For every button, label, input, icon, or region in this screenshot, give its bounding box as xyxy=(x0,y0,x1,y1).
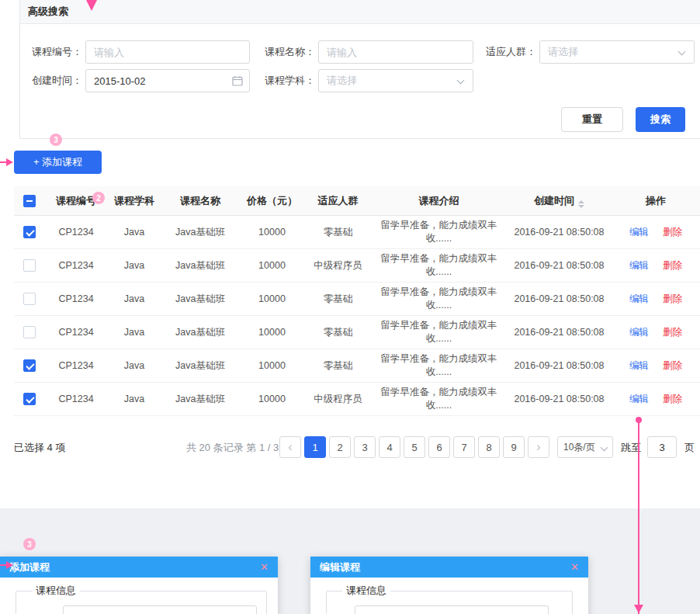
cell-created: 2016-09-21 08:50:08 xyxy=(507,227,612,238)
dialog-form-input[interactable] xyxy=(355,605,549,614)
cell-intro: 留学早准备，能力成绩双丰收...... xyxy=(371,352,507,379)
page-button-5[interactable]: 5 xyxy=(404,436,425,458)
cell-audience: 中级程序员 xyxy=(305,393,371,406)
sort-icon[interactable] xyxy=(578,200,584,208)
course-table: 课程编号 课程学科 课程名称 价格（元） 适应人群 课程介绍 创建时间 操作 C… xyxy=(14,186,700,416)
course-code-input[interactable] xyxy=(85,40,250,64)
edit-link[interactable]: 编辑 xyxy=(629,227,649,238)
prev-page-button[interactable]: ‹ xyxy=(279,436,301,458)
course-info-fieldset: 课程信息 xyxy=(16,584,267,614)
audience-select[interactable]: 请选择 xyxy=(539,40,695,64)
next-page-button[interactable]: › xyxy=(528,436,549,458)
cell-subject: Java xyxy=(107,227,161,238)
edit-link[interactable]: 编辑 xyxy=(629,327,649,338)
cell-created: 2016-09-21 08:50:08 xyxy=(507,394,612,404)
edit-link[interactable]: 编辑 xyxy=(629,260,649,271)
selected-count-text: 已选择 4 项 xyxy=(14,441,65,455)
page-size-select[interactable]: 10条/页 xyxy=(557,436,613,458)
cell-intro: 留学早准备，能力成绩双丰收...... xyxy=(371,286,507,312)
page-button-2[interactable]: 2 xyxy=(329,436,351,458)
page-button-9[interactable]: 9 xyxy=(503,436,525,458)
row-checkbox[interactable] xyxy=(23,226,36,238)
close-icon[interactable]: ✕ xyxy=(260,561,269,573)
cell-intro: 留学早准备，能力成绩双丰收...... xyxy=(371,386,507,412)
cell-subject: Java xyxy=(107,293,161,304)
chevron-down-icon xyxy=(457,77,465,85)
course-name-input[interactable] xyxy=(318,40,473,64)
chevron-down-icon xyxy=(601,444,608,452)
delete-link[interactable]: 删除 xyxy=(663,327,682,338)
page-button-8[interactable]: 8 xyxy=(478,436,500,458)
subject-label: 课程学科： xyxy=(257,74,315,88)
cell-subject: Java xyxy=(107,394,161,404)
cell-intro: 留学早准备，能力成绩双丰收...... xyxy=(371,252,507,279)
cell-course-name: Java基础班 xyxy=(161,259,239,272)
edit-link[interactable]: 编辑 xyxy=(629,360,649,371)
cell-audience: 零基础 xyxy=(305,359,371,373)
cell-audience: 零基础 xyxy=(305,326,371,339)
add-course-dialog-title: 添加课程 xyxy=(9,560,50,574)
row-checkbox[interactable] xyxy=(23,293,36,305)
delete-link[interactable]: 删除 xyxy=(663,293,682,304)
edit-course-dialog-title: 编辑课程 xyxy=(320,560,360,574)
annotation-badge-3: 3 xyxy=(50,134,62,146)
course-info-legend: 课程信息 xyxy=(342,584,390,598)
cell-course-name: Java基础班 xyxy=(161,293,239,306)
create-time-label: 创建时间： xyxy=(22,74,82,88)
cell-audience: 中级程序员 xyxy=(305,259,371,272)
create-time-input[interactable] xyxy=(85,69,250,92)
reset-button[interactable]: 重置 xyxy=(561,107,623,132)
annotation-badge-2: 2 xyxy=(92,192,105,204)
course-code-field: 课程编号： xyxy=(22,40,250,64)
dialog-form-input[interactable] xyxy=(63,605,257,614)
page-button-1[interactable]: 1 xyxy=(304,436,326,458)
row-checkbox[interactable] xyxy=(23,359,36,372)
add-course-button[interactable]: + 添加课程 xyxy=(14,151,102,174)
page-button-3[interactable]: 3 xyxy=(354,436,376,458)
jump-page-input[interactable] xyxy=(647,436,677,458)
cell-course-name: Java基础班 xyxy=(161,226,239,239)
cell-price: 10000 xyxy=(239,293,305,304)
subject-select[interactable]: 请选择 xyxy=(318,69,473,92)
edit-link[interactable]: 编辑 xyxy=(629,394,649,404)
table-row: CP1234 Java Java基础班 10000 中级程序员 留学早准备，能力… xyxy=(14,249,700,283)
cell-price: 10000 xyxy=(239,360,305,371)
cell-course-name: Java基础班 xyxy=(161,326,239,339)
col-course-name: 课程名称 xyxy=(161,194,239,208)
chevron-down-icon xyxy=(678,48,686,56)
edit-link[interactable]: 编辑 xyxy=(629,293,649,304)
cell-course-code: CP1234 xyxy=(45,227,107,238)
col-audience: 适应人群 xyxy=(305,194,371,208)
delete-link[interactable]: 删除 xyxy=(663,227,682,238)
course-name-label: 课程名称： xyxy=(257,45,315,59)
page-button-6[interactable]: 6 xyxy=(428,436,450,458)
table-row: CP1234 Java Java基础班 10000 零基础 留学早准备，能力成绩… xyxy=(14,349,700,383)
row-checkbox[interactable] xyxy=(23,259,36,272)
cell-subject: Java xyxy=(107,360,161,371)
close-icon[interactable]: ✕ xyxy=(570,561,579,573)
add-course-dialog: 添加课程 ✕ 课程信息 xyxy=(0,557,278,614)
edit-course-dialog: 编辑课程 ✕ 课程信息 xyxy=(310,557,588,614)
search-button[interactable]: 搜索 xyxy=(636,107,685,132)
row-checkbox[interactable] xyxy=(23,326,36,338)
cell-course-code: CP1234 xyxy=(45,394,107,404)
annotation-arrow-down-icon xyxy=(86,0,97,11)
table-header-row: 课程编号 课程学科 课程名称 价格（元） 适应人群 课程介绍 创建时间 操作 xyxy=(14,186,700,216)
cell-course-code: CP1234 xyxy=(45,327,107,338)
pagination: ‹ 1 2 3 4 5 6 7 8 9 › xyxy=(279,436,549,458)
select-all-checkbox[interactable] xyxy=(23,195,36,207)
table-row: CP1234 Java Java基础班 10000 零基础 留学早准备，能力成绩… xyxy=(14,283,700,316)
cell-course-name: Java基础班 xyxy=(161,393,239,406)
row-checkbox[interactable] xyxy=(23,393,36,405)
col-subject: 课程学科 xyxy=(107,194,161,208)
page-button-7[interactable]: 7 xyxy=(453,436,475,458)
delete-link[interactable]: 删除 xyxy=(663,260,682,271)
table-footer: 已选择 4 项 共 20 条记录 第 1 / 3 页 ‹ 1 2 3 4 5 6… xyxy=(14,433,700,461)
delete-link[interactable]: 删除 xyxy=(663,360,682,371)
create-time-picker xyxy=(85,69,250,92)
page-button-4[interactable]: 4 xyxy=(379,436,400,458)
course-name-field: 课程名称： xyxy=(257,40,473,64)
delete-link[interactable]: 删除 xyxy=(663,394,682,404)
cell-course-code: CP1234 xyxy=(45,293,107,304)
subject-select-placeholder: 请选择 xyxy=(327,74,357,88)
